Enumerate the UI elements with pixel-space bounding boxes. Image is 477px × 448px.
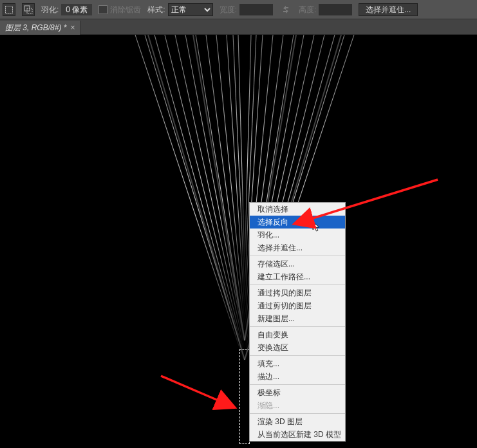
style-label: 样式: [147, 5, 165, 15]
swap-width-height-icon [279, 3, 292, 16]
context-menu-item[interactable]: 渲染 3D 图层 [250, 415, 345, 428]
svg-line-11 [216, 35, 245, 321]
svg-line-3 [135, 35, 245, 363]
svg-line-7 [175, 35, 245, 349]
document-tab-bar: 图层 3, RGB/8#) * × [0, 19, 477, 35]
context-menu-item[interactable]: 建立工作路径... [250, 270, 345, 283]
context-menu-separator [250, 384, 345, 385]
annotation-arrows [0, 35, 477, 448]
svg-line-9 [196, 35, 245, 337]
context-menu-item[interactable]: 自由变换 [250, 328, 345, 341]
svg-line-12 [227, 35, 245, 308]
context-menu-item[interactable]: 变换选区 [250, 341, 345, 354]
context-menu-item[interactable]: 从当前选区新建 3D 模型 [250, 428, 345, 441]
svg-rect-0 [6, 6, 13, 14]
context-menu-item[interactable]: 极坐标 [250, 386, 345, 399]
context-menu-separator [250, 256, 345, 256]
svg-line-8 [185, 35, 245, 344]
context-menu-item: 渐隐... [250, 399, 345, 412]
width-input [239, 4, 273, 15]
context-menu-separator [250, 285, 345, 285]
svg-line-10 [206, 35, 245, 330]
context-menu-item[interactable]: 取消选择 [250, 203, 345, 216]
document-tab-title: 图层 3, RGB/8#) * [5, 23, 66, 33]
antialias-checkbox[interactable] [98, 5, 108, 14]
svg-line-14 [238, 35, 245, 266]
style-select[interactable]: 正常 [168, 3, 213, 16]
context-menu-item[interactable]: 羽化... [250, 229, 345, 241]
svg-line-6 [165, 35, 245, 353]
document-tab[interactable]: 图层 3, RGB/8#) * × [0, 21, 80, 35]
height-label: 高度: [299, 5, 316, 15]
artwork-streaks [0, 35, 477, 448]
rectangular-marquee-selection[interactable] [239, 349, 250, 444]
height-input [319, 4, 352, 15]
svg-line-29 [193, 35, 245, 341]
context-menu-item[interactable]: 描边... [250, 370, 345, 383]
antialias-group: 消除锯齿 [98, 5, 141, 15]
context-menu-item[interactable]: 选择反向 [250, 216, 345, 229]
svg-line-5 [154, 35, 245, 357]
svg-line-32 [161, 376, 233, 407]
svg-line-27 [148, 35, 245, 360]
svg-line-13 [233, 35, 245, 292]
new-selection-icon[interactable] [3, 3, 15, 16]
options-bar: 羽化: 消除锯齿 样式: 正常 宽度: 高度: 选择并遮住... [0, 0, 477, 19]
svg-line-4 [145, 35, 245, 360]
context-menu-item[interactable]: 通过剪切的图层 [250, 299, 345, 312]
context-menu-item[interactable]: 存储选区... [250, 257, 345, 270]
add-to-selection-icon[interactable] [22, 3, 35, 16]
select-and-mask-button[interactable]: 选择并遮住... [359, 3, 418, 16]
context-menu-separator [250, 326, 345, 327]
context-menu-separator [250, 355, 345, 356]
feather-label: 羽化: [41, 5, 59, 15]
width-group: 宽度: [220, 4, 273, 15]
context-menu-item[interactable]: 通过拷贝的图层 [250, 286, 345, 299]
antialias-label: 消除锯齿 [110, 5, 141, 15]
close-icon[interactable]: × [70, 23, 75, 32]
context-menu-item[interactable]: 选择并遮住... [250, 241, 345, 254]
feather-group: 羽化: [41, 4, 92, 15]
width-label: 宽度: [220, 5, 237, 15]
context-menu-item[interactable]: 填充... [250, 357, 345, 370]
context-menu: 取消选择选择反向羽化...选择并遮住...存储选区...建立工作路径...通过拷… [249, 202, 346, 442]
feather-input[interactable] [61, 4, 92, 15]
canvas[interactable]: 取消选择选择反向羽化...选择并遮住...存储选区...建立工作路径...通过拷… [0, 35, 477, 448]
height-group: 高度: [299, 4, 352, 15]
context-menu-separator [250, 413, 345, 414]
style-group: 样式: 正常 [147, 3, 212, 16]
context-menu-item[interactable]: 新建图层... [250, 312, 345, 325]
